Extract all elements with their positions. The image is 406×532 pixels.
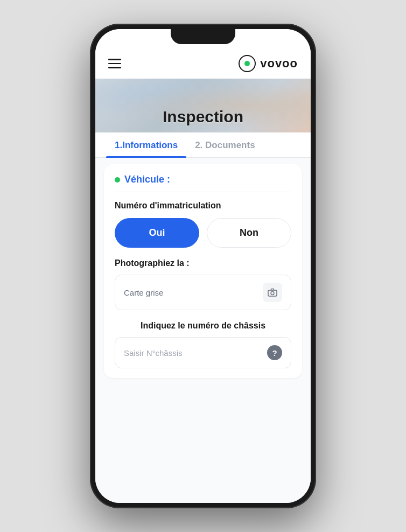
non-button[interactable]: Non [207, 218, 291, 248]
oui-button[interactable]: Oui [115, 218, 199, 248]
hero-image: Inspection [95, 79, 311, 132]
menu-button[interactable] [108, 59, 121, 68]
photo-placeholder: Carte grise [124, 288, 163, 297]
photo-label: Photographiez la : [115, 258, 291, 268]
section-title: Véhicule : [115, 174, 291, 192]
tab-informations[interactable]: 1.Informations [106, 132, 186, 157]
toggle-group: Oui Non [115, 218, 291, 248]
photo-input[interactable]: Carte grise [115, 275, 291, 310]
logo-text: vovoo [260, 57, 298, 71]
immatriculation-label: Numéro d'immatriculation [115, 201, 291, 211]
svg-point-1 [271, 292, 274, 295]
phone-screen: vovoo Inspection 1.Informations 2. Docum… [95, 29, 311, 503]
help-icon[interactable]: ? [267, 345, 282, 360]
section-dot [115, 177, 120, 183]
logo-area: vovoo [239, 55, 298, 72]
section-title-text: Véhicule : [124, 174, 170, 185]
tab-bar: 1.Informations 2. Documents [95, 132, 311, 158]
svg-rect-0 [268, 290, 277, 296]
page-title: Inspection [95, 108, 311, 126]
camera-icon [263, 283, 282, 302]
chassis-placeholder: Saisir N°châssis [124, 348, 183, 358]
phone-frame: vovoo Inspection 1.Informations 2. Docum… [0, 0, 406, 532]
chassis-input[interactable]: Saisir N°châssis ? [115, 337, 291, 368]
logo-icon [239, 55, 256, 72]
tab-documents[interactable]: 2. Documents [186, 132, 263, 157]
phone-body: vovoo Inspection 1.Informations 2. Docum… [90, 24, 316, 508]
vehicule-section: Véhicule : Numéro d'immatriculation Oui … [104, 164, 302, 378]
chassis-label: Indiquez le numéro de châssis [115, 321, 291, 331]
content-area: Véhicule : Numéro d'immatriculation Oui … [95, 158, 311, 503]
notch [171, 29, 235, 44]
